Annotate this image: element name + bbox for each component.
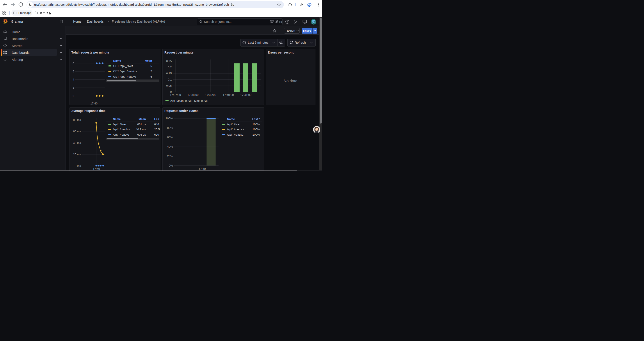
svg-text:0.05: 0.05	[166, 84, 172, 87]
svg-text:17:37:00: 17:37:00	[170, 93, 181, 97]
svg-text:80 ms: 80 ms	[73, 118, 81, 121]
svg-text:17:40:00: 17:40:00	[223, 93, 234, 97]
svg-text:17:39:00: 17:39:00	[205, 93, 216, 97]
svg-text:40 ms: 40 ms	[73, 141, 81, 144]
svg-text:40%: 40%	[167, 145, 173, 148]
svg-text:17:38:00: 17:38:00	[188, 93, 198, 97]
svg-text:5: 5	[72, 70, 74, 73]
svg-text:3: 3	[72, 86, 74, 89]
svg-text:6: 6	[72, 62, 74, 65]
svg-text:20%: 20%	[167, 154, 173, 158]
svg-text:20 ms: 20 ms	[73, 153, 81, 156]
svg-text:0.2: 0.2	[168, 66, 172, 69]
svg-text:60%: 60%	[167, 135, 173, 139]
svg-text:17:40: 17:40	[90, 102, 98, 105]
svg-text:0.25: 0.25	[166, 60, 172, 63]
svg-text:60 ms: 60 ms	[73, 129, 81, 133]
svg-text:0.15: 0.15	[166, 72, 172, 75]
svg-text:0%: 0%	[169, 164, 173, 167]
svg-text:80%: 80%	[167, 126, 173, 129]
svg-text:0.1: 0.1	[168, 78, 172, 81]
svg-text:2: 2	[72, 94, 74, 97]
svg-text:100%: 100%	[166, 117, 173, 120]
svg-text:4: 4	[72, 78, 74, 81]
svg-text:17:41:00: 17:41:00	[240, 93, 252, 97]
svg-text:0: 0	[170, 90, 172, 94]
svg-text:0 s: 0 s	[77, 164, 81, 167]
